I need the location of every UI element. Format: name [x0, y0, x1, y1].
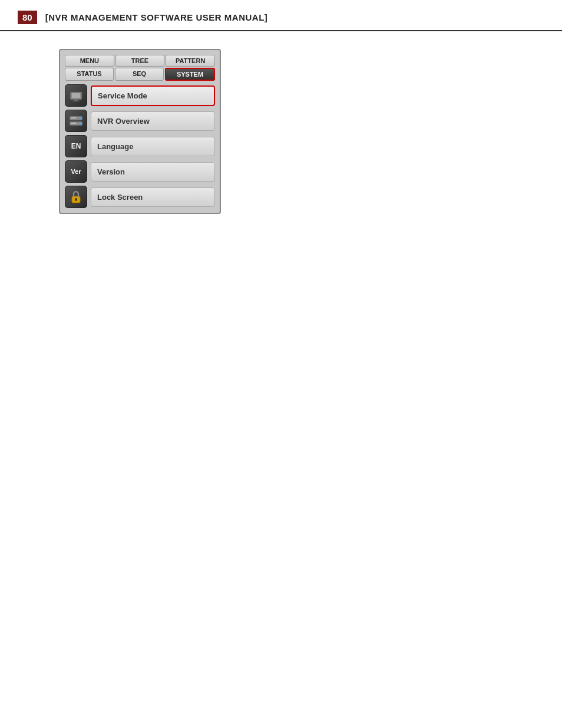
page-number: 80 — [18, 11, 37, 24]
tab-row-2: STATUS SEQ SYSTEM — [65, 68, 215, 81]
page-title: [NVR MANAGEMENT SOFTWARE USER MANUAL] — [45, 12, 268, 22]
content-area: MENU TREE PATTERN STATUS SEQ SYSTEM — [0, 43, 562, 232]
version-label[interactable]: Version — [91, 162, 215, 182]
svg-point-6 — [80, 117, 81, 119]
version-icon: Ver — [65, 160, 87, 183]
nvr-panel: MENU TREE PATTERN STATUS SEQ SYSTEM — [59, 49, 221, 214]
menu-items-list: Service Mode NVR Overview — [65, 84, 215, 208]
lock-screen-svg — [68, 189, 84, 205]
tab-tree[interactable]: TREE — [115, 55, 165, 67]
service-mode-svg — [68, 87, 84, 104]
tab-row-1: MENU TREE PATTERN — [65, 55, 215, 67]
language-icon: EN — [65, 135, 87, 157]
svg-rect-12 — [75, 199, 77, 201]
version-icon-text: Ver — [71, 168, 81, 175]
svg-rect-3 — [72, 101, 80, 102]
language-icon-text: EN — [71, 142, 81, 150]
lock-screen-icon — [65, 186, 87, 208]
tab-system[interactable]: SYSTEM — [165, 68, 215, 81]
svg-point-7 — [80, 123, 81, 124]
page-header: 80 [NVR MANAGEMENT SOFTWARE USER MANUAL] — [0, 0, 562, 31]
tab-seq[interactable]: SEQ — [115, 68, 164, 81]
menu-item-version[interactable]: Ver Version — [65, 160, 215, 183]
svg-rect-8 — [71, 117, 77, 118]
svg-rect-9 — [71, 123, 77, 124]
tab-pattern[interactable]: PATTERN — [166, 55, 215, 67]
lock-screen-label[interactable]: Lock Screen — [91, 187, 215, 207]
tab-status[interactable]: STATUS — [65, 68, 114, 81]
svg-rect-1 — [72, 93, 80, 98]
service-mode-label[interactable]: Service Mode — [91, 85, 215, 106]
nvr-overview-svg — [67, 113, 85, 129]
nvr-overview-label[interactable]: NVR Overview — [91, 111, 215, 131]
menu-item-language[interactable]: EN Language — [65, 135, 215, 157]
menu-item-service-mode[interactable]: Service Mode — [65, 84, 215, 107]
service-mode-icon — [65, 84, 87, 107]
nvr-overview-icon — [65, 110, 87, 132]
tab-menu[interactable]: MENU — [65, 55, 114, 67]
menu-item-lock-screen[interactable]: Lock Screen — [65, 186, 215, 208]
language-label[interactable]: Language — [91, 137, 215, 156]
menu-item-nvr-overview[interactable]: NVR Overview — [65, 110, 215, 132]
